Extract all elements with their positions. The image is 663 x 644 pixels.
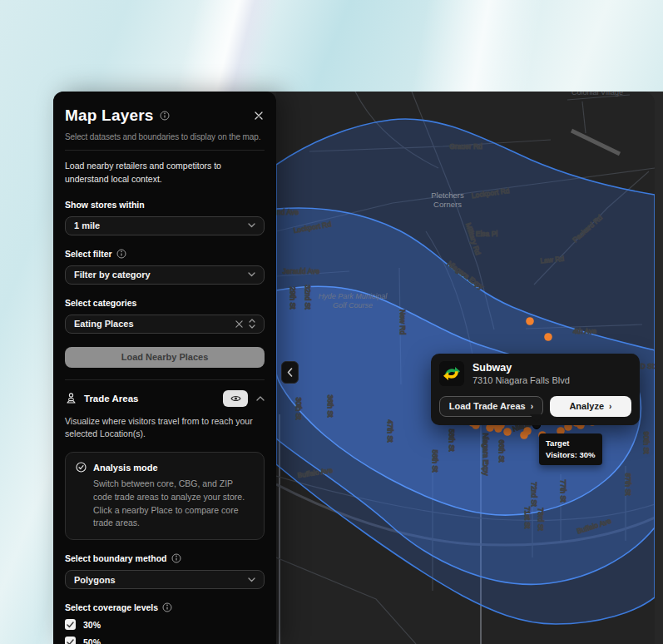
place-dot[interactable] — [503, 428, 512, 436]
map-canvas[interactable]: Colonial VillageGrauer RdLockport RdPlet… — [276, 92, 655, 644]
street-label: Golf Course — [333, 301, 373, 310]
street-label: Corners — [433, 200, 462, 209]
street-label: Colonial Village — [571, 92, 623, 97]
boundary-method-select[interactable]: Polygons — [65, 570, 265, 589]
popup-pointer — [530, 414, 543, 423]
chevron-down-icon — [248, 272, 255, 277]
street-label: 72nd St — [530, 482, 538, 507]
subway-logo-icon — [439, 361, 464, 386]
street-label: Grauer Rd — [449, 142, 482, 151]
street-label: 71st St — [523, 507, 532, 529]
tooltip-line1: Target — [546, 438, 596, 449]
analysis-mode-title: Analysis mode — [93, 463, 158, 473]
street-label: Jerauld Ave — [283, 267, 320, 275]
chevron-left-icon — [287, 368, 293, 377]
clear-icon[interactable] — [235, 320, 243, 328]
street-label: Niagara Expy — [482, 433, 490, 476]
popup-analyze-label: Analyze — [569, 401, 604, 411]
categories-multiselect[interactable]: Eating Places — [65, 315, 265, 334]
analysis-mode-body: Switch between core, CBG, and ZIP code t… — [76, 478, 254, 530]
street-label: 66th St — [497, 440, 506, 463]
street-label: 87th St — [624, 473, 632, 497]
chevron-right-icon: › — [609, 402, 611, 411]
info-icon[interactable] — [171, 553, 181, 563]
coverage-option-30[interactable]: 30% — [65, 619, 265, 630]
toggle-visibility-button[interactable] — [223, 390, 248, 407]
checkbox-checked-icon[interactable] — [65, 619, 76, 630]
check-circle-icon — [76, 462, 87, 473]
boundary-method-label: Select boundary method — [65, 553, 265, 563]
panel-subtitle: Select datasets and boundaries to displa… — [65, 132, 265, 141]
popup-load-trade-areas-button[interactable]: Load Trade Areas › — [439, 396, 543, 417]
street-label: D St — [641, 362, 655, 370]
street-label: Pletchers — [431, 191, 464, 200]
analysis-mode-card: Analysis mode Switch between core, CBG, … — [65, 452, 265, 540]
street-label: 30th St — [294, 398, 303, 421]
place-dot[interactable] — [523, 427, 532, 435]
eye-icon — [230, 394, 241, 403]
checkbox-checked-icon[interactable] — [65, 637, 76, 644]
coverage-levels-label: Select coverage levels — [65, 602, 265, 612]
place-dot[interactable] — [526, 317, 534, 325]
categories-label: Select categories — [65, 298, 265, 308]
trade-areas-description: Visualize where visitors travel from to … — [65, 415, 265, 442]
panel-title: Map Layers — [65, 107, 154, 125]
info-icon[interactable] — [162, 602, 172, 612]
street-label: 77th St — [559, 480, 567, 503]
nearby-intro-text: Load nearby retailers and competitors to… — [65, 160, 265, 186]
popup-load-label: Load Trade Areas — [449, 401, 526, 411]
chevron-up-icon — [256, 396, 265, 401]
categories-value: Eating Places — [74, 319, 134, 329]
coverage-option-50[interactable]: 50% — [65, 637, 265, 644]
street-label: New Rd — [398, 310, 407, 335]
stores-within-label: Show stores within — [65, 200, 265, 210]
divider — [65, 150, 265, 151]
boundary-method-value: Polygons — [74, 575, 116, 585]
street-label: 32nd St — [304, 285, 312, 310]
filter-label: Select filter — [65, 249, 265, 259]
street-label: nd Ave — [277, 208, 299, 216]
close-panel-button[interactable] — [253, 108, 265, 124]
trade-areas-title: Trade Areas — [84, 394, 138, 404]
collapse-section-button[interactable] — [256, 396, 265, 401]
unfold-icon[interactable] — [249, 319, 255, 329]
stores-within-select[interactable]: 1 mile — [65, 216, 265, 235]
tooltip-line2: Visitors: 30% — [546, 449, 596, 461]
info-icon[interactable] — [160, 111, 170, 121]
stores-within-value: 1 mile — [74, 220, 100, 230]
street-label: 29th St — [289, 287, 297, 310]
filter-select[interactable]: Filter by category — [65, 265, 265, 285]
divider — [65, 379, 265, 380]
street-label: 90th St — [642, 432, 651, 455]
close-icon — [255, 111, 263, 120]
coverage-label: 30% — [83, 620, 101, 630]
load-nearby-places-button[interactable]: Load Nearby Places — [65, 347, 265, 368]
street-label: 56th St — [431, 450, 439, 473]
coverage-label: 50% — [83, 637, 101, 644]
target-visitors-tooltip: Target Visitors: 30% — [539, 433, 602, 465]
info-icon[interactable] — [116, 249, 126, 259]
place-name: Subway — [473, 361, 570, 374]
chevron-down-icon — [248, 577, 255, 582]
filter-value: Filter by category — [74, 270, 151, 280]
street-label: 36th St — [326, 395, 334, 419]
collapse-panel-button[interactable] — [281, 361, 299, 384]
chevron-right-icon: › — [531, 402, 533, 411]
place-dot[interactable] — [544, 333, 552, 341]
trade-areas-icon — [65, 392, 77, 404]
street-label: 4th Ave — [573, 327, 596, 335]
app-shell: Colonial VillageGrauer RdLockport RdPlet… — [53, 92, 663, 644]
popup-analyze-button[interactable]: Analyze › — [550, 396, 631, 417]
street-label: 58th St — [448, 429, 456, 453]
place-address: 7310 Niagara Falls Blvd — [473, 374, 570, 386]
chevron-down-icon — [248, 223, 255, 228]
street-label: Elsa Pl — [476, 230, 498, 238]
street-label: 47th St — [386, 420, 394, 443]
street-label: Hyde Park Municipal — [319, 292, 388, 300]
street-label: 73rd St — [537, 508, 545, 531]
map-layers-panel: Map Layers Select datasets and boundarie… — [53, 92, 276, 644]
